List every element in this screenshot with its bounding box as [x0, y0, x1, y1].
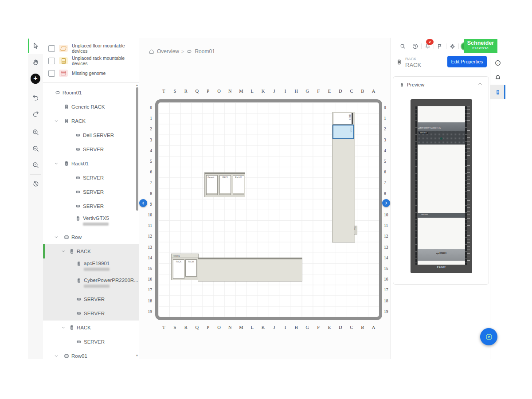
floor-rack[interactable]: Rack01: [233, 175, 244, 195]
alarm-icon: [494, 74, 501, 81]
add-tool-button[interactable]: +: [28, 70, 43, 87]
rack-icon: [396, 57, 403, 67]
row-icon: [63, 353, 70, 359]
floor-rack[interactable]: RACK: [333, 113, 353, 125]
grid-column-label: D: [335, 89, 346, 94]
tree-item-server[interactable]: SERVER: [43, 306, 139, 321]
notifications-button[interactable]: 2: [423, 41, 432, 51]
grid-column-label: E: [324, 89, 335, 94]
zoom-in-icon: [32, 129, 39, 136]
floor-rack[interactable]: Generic...: [206, 175, 218, 195]
tree-scrollbar[interactable]: [136, 87, 138, 211]
tree-item-generic-rack[interactable]: Generic RACK: [43, 100, 139, 114]
tree-item-row[interactable]: Row: [43, 230, 139, 244]
tree-item-rack[interactable]: RACK: [43, 114, 139, 128]
tree-item-label: SERVER: [84, 311, 105, 316]
checkbox[interactable]: [48, 70, 55, 77]
grid-column-label: J: [269, 89, 280, 94]
assistant-fab-button[interactable]: [480, 328, 497, 345]
feedback-button[interactable]: [435, 41, 445, 51]
floor-rack-selected[interactable]: RACK: [332, 125, 354, 139]
zoom-in-tool-button[interactable]: [28, 124, 43, 141]
redo-tool-button[interactable]: [28, 106, 43, 122]
tree-item-rack01[interactable]: Rack01: [43, 156, 139, 171]
tree-item-server[interactable]: SERVER: [43, 171, 139, 185]
zoom-fit-tool-button[interactable]: [28, 157, 43, 173]
tree-item-rack[interactable]: RACK: [43, 244, 139, 258]
grid-row-label: 3: [145, 138, 152, 142]
floor-rack[interactable]: Ro-Jef: [185, 259, 197, 277]
tree-item-server[interactable]: SERVER: [43, 199, 139, 213]
tree-item-server[interactable]: SERVER: [43, 335, 139, 349]
chevron-down-icon[interactable]: [54, 161, 59, 166]
zoom-out-tool-button[interactable]: [28, 141, 43, 157]
rack-device-label: CyberPowerPR2200RTXL: [418, 127, 441, 129]
tree-item-label: SERVER: [83, 203, 104, 209]
chevron-down-icon[interactable]: [54, 235, 59, 240]
pan-tool-button[interactable]: [28, 54, 43, 70]
tree-item-server[interactable]: SERVER: [43, 185, 139, 199]
floor-row-horizontal[interactable]: [198, 258, 302, 282]
help-button[interactable]: [411, 41, 420, 51]
server-icon: [76, 339, 82, 345]
tree-item-apce19901[interactable]: apcE19901: [43, 258, 139, 275]
expand-right-panel-button[interactable]: [382, 199, 390, 207]
tree-item-label: Room01: [63, 90, 82, 95]
settings-icon: [449, 43, 456, 50]
edit-properties-button[interactable]: Edit Properties: [447, 56, 487, 67]
grid-column-label: F: [313, 325, 324, 330]
schneider-electric-logo[interactable]: Schneider Electric: [464, 39, 497, 53]
rack-device-cyberpowerpr2200rtxl: CyberPowerPR2200RTXL: [418, 122, 465, 131]
tree-item-server[interactable]: SERVER: [43, 292, 139, 306]
pointer-tool-button[interactable]: [28, 38, 43, 54]
checkbox[interactable]: [48, 45, 55, 52]
tree-item-label: SERVER: [84, 339, 105, 344]
redo-icon: [32, 110, 39, 117]
tree-item-server[interactable]: SERVER: [43, 142, 139, 156]
floor-rack[interactable]: RACK: [173, 259, 184, 279]
help-icon: [412, 43, 419, 50]
tree-item-cyberpowerpr2200r[interactable]: CyberPowerPR2200R...: [43, 275, 139, 292]
breadcrumb-overview[interactable]: Overview: [157, 48, 179, 55]
checkbox[interactable]: [48, 58, 55, 64]
search-button[interactable]: [398, 41, 407, 51]
scroll-down-icon[interactable]: ▼: [136, 354, 138, 357]
scroll-up-icon[interactable]: ▲: [136, 84, 138, 86]
tree-item-vertivgtx5[interactable]: VertivGTX5: [43, 213, 139, 230]
chevron-down-icon[interactable]: [61, 325, 66, 330]
drawing-toolbar: +: [28, 38, 43, 359]
chevron-down-icon[interactable]: [54, 118, 59, 124]
tree-item-rack[interactable]: RACK: [43, 321, 139, 335]
alarm-rail-button[interactable]: [490, 70, 505, 85]
floor-rack-group[interactable]: Generic... RACK Rack01: [204, 172, 245, 197]
grid-column-label: L: [246, 89, 258, 94]
home-icon: [149, 48, 155, 55]
grid-row-label: 5: [145, 159, 152, 164]
floor-rack[interactable]: RACK: [219, 175, 231, 195]
floor-plan-canvas[interactable]: Overview > Room01 TSRQPONMLKJIHGFEDCBA T…: [139, 38, 390, 359]
grid-column-label: T: [158, 325, 169, 330]
history-tool-button[interactable]: [28, 176, 43, 192]
grid-column-label: D: [335, 325, 346, 330]
rack-icon: [63, 118, 70, 124]
info-rail-button[interactable]: i: [490, 55, 505, 70]
chevron-down-icon[interactable]: [61, 249, 66, 254]
chevron-up-icon[interactable]: [477, 81, 483, 87]
rack-view-rail-button[interactable]: [490, 85, 505, 99]
grid-column-label: I: [280, 89, 291, 94]
floor-row-vertical[interactable]: RACK RACK Row: [332, 112, 355, 243]
collapse-left-panel-button[interactable]: [139, 199, 147, 207]
search-icon: [399, 43, 406, 50]
tree-item-label: Row01: [71, 353, 87, 359]
breadcrumb-room[interactable]: Room01: [195, 48, 215, 55]
settings-button[interactable]: [448, 41, 457, 51]
tree-item-row01[interactable]: Row01: [43, 349, 139, 359]
tree-item-room01[interactable]: Room01: [43, 86, 139, 100]
grid-column-label: B: [357, 89, 368, 94]
icon-separator: [421, 43, 422, 49]
rack-device-icon: [59, 57, 68, 64]
floor-rack-group[interactable]: RACK Ro-Jef: [171, 258, 199, 280]
undo-tool-button[interactable]: [28, 89, 43, 106]
tree-item-dell-server[interactable]: Dell SERVER: [43, 128, 139, 142]
chevron-down-icon[interactable]: [54, 353, 59, 359]
